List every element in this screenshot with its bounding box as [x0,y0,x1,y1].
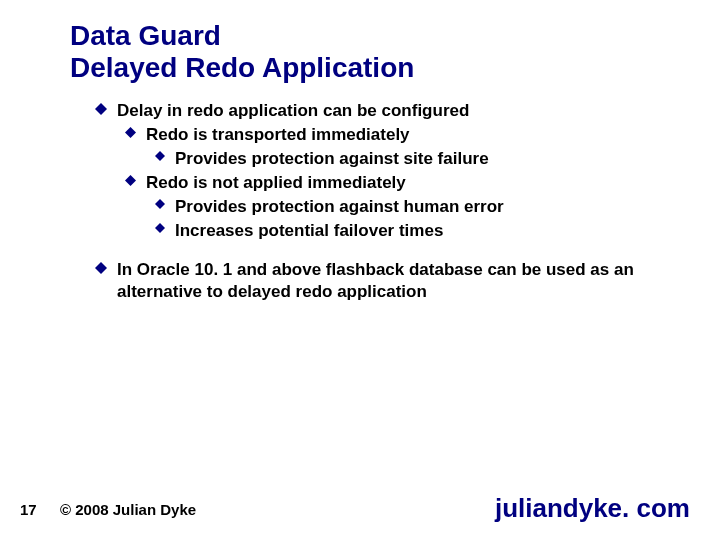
bullet-text: Provides protection against site failure [175,148,489,170]
diamond-bullet-icon [155,151,165,161]
site-url: juliandyke. com [495,493,690,524]
spacer [95,245,665,259]
svg-marker-6 [95,262,107,274]
diamond-bullet-icon [155,223,165,233]
bullet-l3: Provides protection against site failure [155,148,665,170]
title-line-2: Delayed Redo Application [70,52,414,84]
slide-title: Data Guard Delayed Redo Application [70,20,414,84]
copyright-text: © 2008 Julian Dyke [60,501,196,518]
svg-marker-1 [125,127,136,138]
svg-marker-4 [155,199,165,209]
svg-marker-2 [155,151,165,161]
bullet-text: Delay in redo application can be configu… [117,100,469,122]
bullet-text: Redo is not applied immediately [146,172,406,194]
bullet-text: Increases potential failover times [175,220,443,242]
bullet-l2: Redo is transported immediately [125,124,665,146]
title-line-1: Data Guard [70,20,414,52]
svg-marker-5 [155,223,165,233]
bullet-text: In Oracle 10. 1 and above flashback data… [117,259,665,303]
diamond-bullet-icon [125,127,136,138]
bullet-text: Redo is transported immediately [146,124,410,146]
bullet-l1: In Oracle 10. 1 and above flashback data… [95,259,665,303]
bullet-text: Provides protection against human error [175,196,504,218]
content-area: Delay in redo application can be configu… [95,100,665,305]
page-number: 17 [20,501,37,518]
diamond-bullet-icon [95,103,107,115]
svg-marker-3 [125,175,136,186]
bullet-l1: Delay in redo application can be configu… [95,100,665,122]
svg-marker-0 [95,103,107,115]
diamond-bullet-icon [155,199,165,209]
diamond-bullet-icon [125,175,136,186]
diamond-bullet-icon [95,262,107,274]
bullet-l3: Provides protection against human error [155,196,665,218]
bullet-l2: Redo is not applied immediately [125,172,665,194]
slide: Data Guard Delayed Redo Application Dela… [0,0,720,540]
bullet-l3: Increases potential failover times [155,220,665,242]
